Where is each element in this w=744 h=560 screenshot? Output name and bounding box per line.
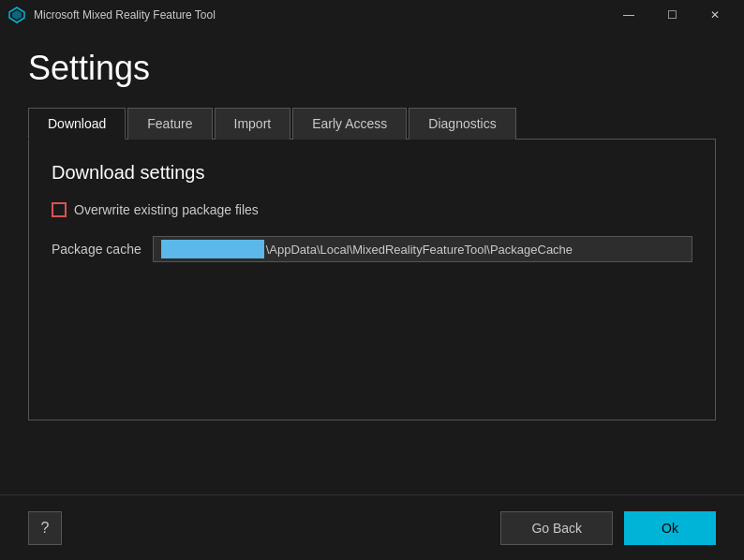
tab-import[interactable]: Import bbox=[215, 108, 291, 140]
overwrite-checkbox[interactable] bbox=[52, 202, 67, 217]
maximize-button[interactable]: ☐ bbox=[650, 0, 693, 30]
overwrite-checkbox-row: Overwrite existing package files bbox=[52, 202, 692, 217]
panel-title: Download settings bbox=[52, 162, 692, 184]
title-bar: Microsoft Mixed Reality Feature Tool — ☐… bbox=[0, 0, 744, 30]
help-button[interactable]: ? bbox=[28, 511, 62, 545]
app-icon bbox=[7, 6, 26, 24]
svg-marker-1 bbox=[12, 10, 22, 20]
window-title: Microsoft Mixed Reality Feature Tool bbox=[34, 8, 607, 22]
page-title: Settings bbox=[28, 49, 716, 88]
package-cache-field[interactable]: \AppData\Local\MixedRealityFeatureTool\P… bbox=[153, 236, 692, 262]
window-controls: — ☐ ✕ bbox=[607, 0, 737, 30]
tab-download[interactable]: Download bbox=[28, 108, 126, 140]
package-cache-row: Package cache \AppData\Local\MixedRealit… bbox=[52, 236, 692, 262]
settings-panel: Download settings Overwrite existing pac… bbox=[28, 140, 716, 420]
minimize-button[interactable]: — bbox=[607, 0, 650, 30]
tab-diagnostics[interactable]: Diagnostics bbox=[409, 108, 515, 140]
overwrite-label: Overwrite existing package files bbox=[74, 202, 259, 217]
go-back-button[interactable]: Go Back bbox=[500, 511, 613, 545]
package-cache-label: Package cache bbox=[52, 242, 141, 257]
package-cache-path: \AppData\Local\MixedRealityFeatureTool\P… bbox=[266, 243, 573, 257]
tab-bar: Download Feature Import Early Access Dia… bbox=[28, 107, 716, 140]
tab-feature[interactable]: Feature bbox=[127, 108, 212, 140]
package-cache-user-highlight bbox=[161, 240, 264, 258]
ok-button[interactable]: Ok bbox=[624, 511, 716, 545]
tab-early-access[interactable]: Early Access bbox=[292, 108, 407, 140]
close-button[interactable]: ✕ bbox=[693, 0, 737, 30]
main-content: Settings Download Feature Import Early A… bbox=[0, 30, 744, 439]
bottom-bar: ? Go Back Ok bbox=[0, 494, 744, 560]
